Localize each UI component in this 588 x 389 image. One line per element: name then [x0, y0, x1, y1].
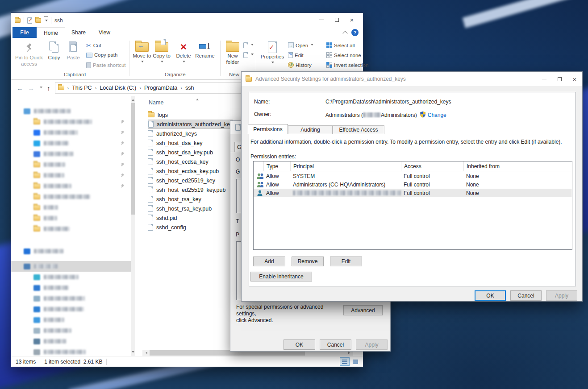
breadcrumb-segment[interactable]: Local Disk (C:): [98, 85, 138, 91]
breadcrumb-segment[interactable]: ProgramData: [142, 85, 179, 91]
collapse-ribbon-icon[interactable]: [342, 31, 347, 36]
sidebar-item[interactable]: [11, 149, 131, 159]
header-inherited-from[interactable]: Inherited from: [463, 161, 572, 171]
dialog-minimize-button[interactable]: [537, 73, 552, 85]
qat-new-folder-icon[interactable]: [35, 18, 41, 23]
sidebar-item[interactable]: [11, 272, 131, 282]
tab-home[interactable]: Home: [37, 27, 65, 38]
easy-access-button[interactable]: [243, 52, 254, 58]
move-to-button[interactable]: ← Move to: [133, 41, 151, 66]
edit-permission-button[interactable]: Edit: [330, 257, 362, 266]
sidebar-item[interactable]: [11, 159, 131, 170]
delete-button[interactable]: × Delete: [174, 41, 193, 66]
help-icon[interactable]: ?: [351, 29, 359, 36]
file-row[interactable]: ssh_host_dsa_key: [148, 138, 233, 148]
paste-shortcut-button[interactable]: Paste shortcut: [86, 62, 126, 68]
sidebar-item[interactable]: [11, 336, 131, 347]
history-button[interactable]: ↺History: [288, 62, 312, 68]
sidebar-item[interactable]: [11, 202, 131, 213]
open-button[interactable]: →Open: [288, 42, 313, 48]
apply-button[interactable]: Apply: [546, 290, 577, 301]
select-none-button[interactable]: Select none: [326, 52, 361, 58]
invert-selection-button[interactable]: Invert selection: [326, 62, 368, 68]
new-folder-button[interactable]: New folder: [223, 41, 242, 66]
recent-locations-icon[interactable]: [40, 87, 42, 90]
enable-inheritance-button[interactable]: Enable inheritance: [250, 272, 312, 281]
copy-to-button[interactable]: Copy to: [152, 41, 171, 66]
properties-apply-button[interactable]: Apply: [356, 339, 388, 350]
properties-button[interactable]: ✓ Properties: [259, 41, 285, 66]
column-header-name[interactable]: Name: [142, 97, 250, 108]
new-item-button[interactable]: [243, 42, 254, 48]
file-row[interactable]: ssh_host_ecdsa_key.pub: [148, 166, 233, 176]
dialog-maximize-button[interactable]: [552, 73, 567, 85]
edit-button[interactable]: ✎Edit: [288, 52, 304, 58]
tab-auditing[interactable]: Auditing: [288, 125, 333, 134]
sidebar-item[interactable]: [11, 304, 131, 315]
sidebar-item[interactable]: [11, 347, 131, 356]
advanced-button[interactable]: Advanced: [343, 305, 383, 315]
permission-row[interactable]: AllowSYSTEMFull controlNone: [254, 172, 572, 180]
ok-button[interactable]: OK: [475, 290, 506, 301]
qat-customize-icon[interactable]: [44, 16, 48, 25]
sidebar-item[interactable]: [11, 246, 131, 257]
file-row[interactable]: ssh_host_rsa_key: [148, 194, 233, 204]
minimize-button[interactable]: [314, 13, 329, 26]
up-button[interactable]: ↑: [47, 84, 50, 92]
title-bar[interactable]: ✓ ssh ×: [11, 13, 363, 27]
file-row[interactable]: ssh_host_ed25519_key.pub: [148, 185, 233, 194]
file-row[interactable]: sshd_config: [148, 223, 233, 232]
tab-permissions[interactable]: Permissions: [248, 124, 288, 134]
permission-row[interactable]: AllowAdministrators (CC-HQ\Administrator…: [254, 180, 572, 189]
cancel-button[interactable]: Cancel: [510, 290, 542, 301]
forward-button[interactable]: →: [28, 84, 34, 92]
sidebar-item[interactable]: [11, 170, 131, 181]
file-row[interactable]: ssh_host_ed25519_key: [148, 176, 233, 185]
file-row[interactable]: ssh_host_rsa_key.pub: [148, 204, 233, 213]
breadcrumb-separator-icon[interactable]: ›: [138, 85, 142, 91]
header-type[interactable]: Type: [263, 161, 290, 171]
back-button[interactable]: ←: [17, 84, 23, 92]
nav-scrollbar-thumb[interactable]: [131, 103, 135, 215]
breadcrumb-segment[interactable]: This PC: [70, 85, 93, 91]
scroll-right-icon[interactable]: [348, 352, 351, 354]
paste-button[interactable]: Paste: [64, 41, 83, 61]
security-title-bar[interactable]: Advanced Security Settings for administr…: [242, 72, 582, 86]
sidebar-item[interactable]: [11, 138, 131, 149]
sidebar-item[interactable]: [11, 127, 131, 138]
properties-ok-button[interactable]: OK: [284, 339, 315, 350]
file-row[interactable]: sshd.pid: [148, 213, 233, 223]
scroll-left-icon[interactable]: [144, 352, 147, 354]
close-button[interactable]: ×: [344, 13, 359, 26]
header-access[interactable]: Access: [401, 161, 463, 171]
file-row[interactable]: ssh_host_ecdsa_key: [148, 157, 233, 166]
copy-button[interactable]: Copy: [45, 41, 63, 61]
sidebar-item[interactable]: [11, 315, 131, 325]
tab-share[interactable]: Share: [65, 27, 92, 38]
properties-cancel-button[interactable]: Cancel: [320, 339, 351, 350]
sidebar-item[interactable]: [11, 223, 131, 234]
file-row[interactable]: administrators_authorized_keys: [148, 120, 233, 129]
nav-scrollbar[interactable]: [131, 96, 135, 356]
breadcrumb-segment[interactable]: ssh: [183, 85, 196, 91]
tab-file[interactable]: File: [13, 27, 37, 38]
sidebar-item[interactable]: [11, 213, 131, 223]
add-button[interactable]: Add: [253, 257, 285, 266]
dialog-close-button[interactable]: ×: [567, 73, 582, 85]
file-row[interactable]: logs: [148, 110, 233, 120]
cut-button[interactable]: ✂Cut: [86, 42, 101, 49]
tab-effective-access[interactable]: Effective Access: [333, 125, 384, 134]
maximize-button[interactable]: [329, 13, 344, 26]
rename-button[interactable]: I Rename: [193, 41, 217, 59]
sidebar-item[interactable]: [11, 282, 131, 293]
pin-to-quick-access-button[interactable]: Pin to Quick access: [15, 41, 43, 67]
scroll-up-icon[interactable]: [132, 98, 134, 101]
change-owner-link[interactable]: Change: [428, 112, 446, 118]
header-principal[interactable]: Principal: [290, 161, 401, 171]
file-row[interactable]: authorized_keys: [148, 129, 233, 138]
scroll-down-icon[interactable]: [132, 351, 134, 354]
file-row[interactable]: ssh_host_dsa_key.pub: [148, 148, 233, 157]
sidebar-item[interactable]: [11, 181, 131, 191]
select-all-button[interactable]: Select all: [326, 42, 355, 48]
breadcrumb-separator-icon[interactable]: ›: [179, 85, 183, 91]
